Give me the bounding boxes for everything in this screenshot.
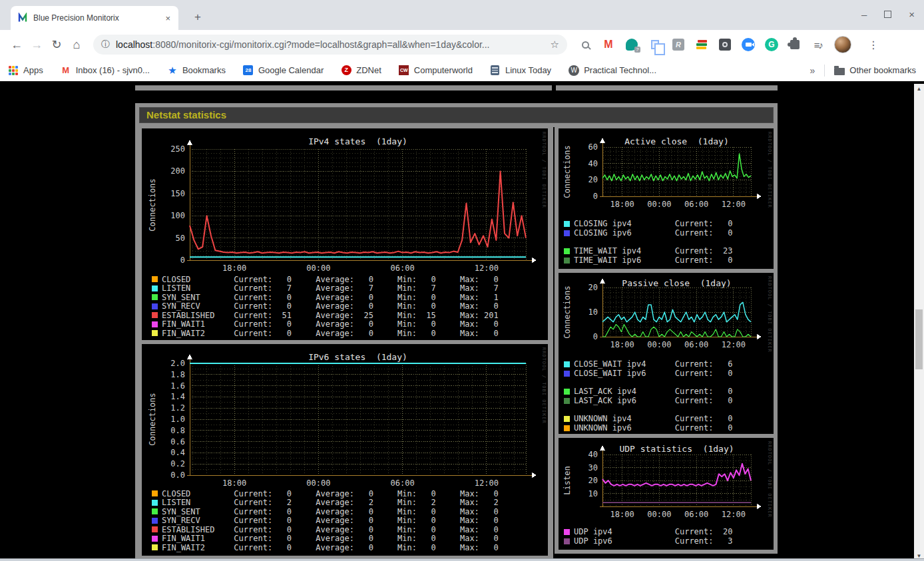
legend-row: TIME_WAIT ipv4 Current: 23 — [564, 246, 732, 256]
maximize-button[interactable] — [884, 11, 891, 18]
bookmark-linux-today[interactable]: Linux Today — [490, 65, 551, 76]
legend-text: SYN_RECV Current: 0 Average: 0 Min: 0 Ma… — [162, 516, 499, 525]
copy-pages-extension-icon[interactable] — [648, 37, 662, 52]
svg-text:10: 10 — [588, 307, 598, 317]
left-graph-column: IPv4 states (1day) Connections RRDTOOL /… — [135, 127, 553, 561]
page-scrollbar[interactable]: ▲ ▼ — [914, 84, 924, 561]
legend-text: LAST_ACK ipv6 Current: 0 — [574, 396, 732, 405]
minimize-button[interactable]: – — [861, 9, 867, 19]
svg-text:00:00: 00:00 — [306, 478, 330, 488]
back-button[interactable]: ← — [7, 38, 27, 52]
svg-text:06:00: 06:00 — [391, 264, 415, 273]
legend-swatch — [564, 230, 570, 236]
passive-close-graph[interactable]: Passive close (1day) Connections RRDTOOL… — [559, 273, 774, 434]
legend-row: SYN_SENT Current: 0 Average: 0 Min: 0 Ma… — [152, 293, 499, 302]
legend-row: TIME_WAIT ipv6 Current: 0 — [564, 256, 732, 265]
bookmark-apps[interactable]: Apps — [8, 65, 43, 76]
other-bookmarks[interactable]: Other bookmarks — [834, 65, 916, 76]
udp-statistics-graph[interactable]: UDP statistics (1day) Listen RRDTOOL / T… — [559, 438, 774, 550]
profile-avatar[interactable] — [834, 36, 851, 53]
legend-swatch — [564, 416, 570, 422]
legend-text: UDP ipv4 Current: 20 — [574, 527, 732, 536]
address-bar[interactable]: ⓘ localhost:8080/monitorix-cgi/monitorix… — [93, 35, 567, 55]
bookmark-practical-technology[interactable]: W Practical Technol... — [569, 65, 656, 76]
scrollbar-up-arrow[interactable]: ▲ — [914, 84, 924, 94]
svg-text:12:00: 12:00 — [475, 478, 499, 488]
graph-legend: CLOSING ipv4 Current: 0CLOSING ipv6 Curr… — [564, 219, 732, 265]
playlist-extension-icon[interactable]: ≡♪ — [811, 37, 825, 52]
svg-text:06:00: 06:00 — [391, 478, 415, 488]
legend-row: LAST_ACK ipv4 Current: 0 — [564, 387, 732, 396]
legend-gap — [564, 238, 732, 246]
legend-text: FIN_WAIT1 Current: 0 Average: 0 Min: 0 M… — [162, 534, 499, 543]
bookmark-label: Other bookmarks — [849, 65, 916, 75]
legend-text: TIME_WAIT ipv4 Current: 23 — [574, 246, 732, 256]
screenshot-extension-icon[interactable] — [718, 37, 732, 52]
legend-text: CLOSED Current: 0 Average: 0 Min: 0 Max:… — [162, 489, 499, 498]
svg-text:0.8: 0.8 — [170, 426, 185, 435]
grammarly-extension-icon[interactable]: G — [764, 37, 779, 52]
legend-swatch — [564, 389, 570, 395]
bookmark-computerworld[interactable]: CW Computerworld — [399, 65, 473, 76]
bookmark-bookmarks[interactable]: ★ Bookmarks — [167, 65, 226, 76]
legend-swatch — [152, 312, 158, 318]
bookmark-label: Apps — [23, 65, 43, 75]
legend-text: FIN_WAIT2 Current: 0 Average: 0 Min: 0 M… — [162, 543, 499, 552]
svg-text:20: 20 — [588, 283, 598, 292]
bookmark-star-icon[interactable]: ☆ — [551, 39, 559, 51]
legend-text: LISTEN Current: 7 Average: 7 Min: 7 Max:… — [162, 283, 499, 293]
ipv6-states-graph[interactable]: IPv6 states (1day) Connections RRDTOOL /… — [142, 344, 548, 556]
bookmarks-bar: Apps M Inbox (16) - sjvn0... ★ Bookmarks… — [0, 59, 924, 81]
wordpress-icon: W — [569, 65, 579, 76]
svg-text:18:00: 18:00 — [222, 478, 246, 488]
scrollbar-thumb[interactable] — [915, 309, 923, 369]
bookmark-google-calendar[interactable]: 28 Google Calendar — [243, 65, 324, 76]
r-extension-icon[interactable]: R — [671, 37, 686, 52]
legend-row: UNKNOWN ipv4 Current: 0 — [564, 414, 732, 423]
active-close-graph[interactable]: Active close (1day) Connections RRDTOOL … — [559, 128, 774, 269]
previous-section-edge — [556, 85, 778, 91]
legend-swatch — [564, 221, 570, 227]
zoom-extension-icon[interactable] — [741, 37, 756, 52]
legend-row: CLOSE_WAIT ipv6 Current: 0 — [564, 369, 732, 378]
legend-row: UNKNOWN ipv6 Current: 0 — [564, 423, 732, 433]
browser-tab[interactable]: Blue Precision Monitorix × — [11, 6, 178, 30]
legend-swatch — [152, 536, 158, 542]
svg-text:250: 250 — [170, 144, 185, 154]
browser-toolbar: ← → ↻ ⌂ ⓘ localhost:8080/monitorix-cgi/m… — [0, 30, 924, 59]
legend-text: CLOSED Current: 0 Average: 0 Min: 0 Max:… — [162, 275, 499, 284]
gmail-extension-icon[interactable]: M — [601, 37, 616, 52]
browser-menu-icon[interactable]: ⋮ — [868, 39, 879, 51]
calendar-icon: 28 — [243, 65, 254, 76]
ipv4-states-graph[interactable]: IPv4 states (1day) Connections RRDTOOL /… — [142, 128, 548, 340]
legend-row: ESTABLISHED Current: 0 Average: 0 Min: 0… — [152, 525, 499, 534]
voice-extension-icon[interactable] — [624, 37, 639, 52]
legend-row: LAST_ACK ipv6 Current: 0 — [564, 396, 732, 405]
extensions-puzzle-icon[interactable] — [788, 37, 802, 52]
books-extension-icon[interactable] — [694, 37, 709, 52]
bookmark-label: Linux Today — [505, 65, 551, 75]
new-tab-button[interactable]: + — [194, 11, 201, 24]
window-close-button[interactable]: × — [909, 9, 915, 19]
reload-button[interactable]: ↻ — [47, 37, 67, 52]
legend-gap — [564, 378, 732, 387]
bookmark-inbox[interactable]: M Inbox (16) - sjvn0... — [61, 65, 150, 76]
legend-text: LAST_ACK ipv4 Current: 0 — [574, 387, 732, 396]
url-path: :8080/monitorix-cgi/monitorix.cgi?mode=l… — [152, 39, 489, 50]
bookmark-zdnet[interactable]: Z ZDNet — [341, 65, 381, 76]
home-button[interactable]: ⌂ — [67, 38, 87, 52]
search-extension-icon[interactable] — [578, 37, 592, 52]
legend-swatch — [564, 425, 570, 431]
legend-text: SYN_SENT Current: 0 Average: 0 Min: 0 Ma… — [162, 507, 499, 516]
tab-close-icon[interactable]: × — [162, 13, 173, 23]
legend-row: SYN_SENT Current: 0 Average: 0 Min: 0 Ma… — [152, 507, 499, 516]
legend-text: SYN_RECV Current: 0 Average: 0 Min: 0 Ma… — [162, 301, 499, 311]
legend-swatch — [152, 294, 158, 300]
site-info-icon[interactable]: ⓘ — [101, 39, 110, 51]
forward-button[interactable]: → — [27, 38, 47, 52]
svg-text:20: 20 — [588, 476, 598, 485]
legend-swatch — [152, 276, 158, 282]
bookmarks-overflow-chevron[interactable]: » — [810, 65, 815, 76]
legend-swatch — [152, 508, 158, 514]
titlebar: Blue Precision Monitorix × + – × — [0, 0, 924, 30]
